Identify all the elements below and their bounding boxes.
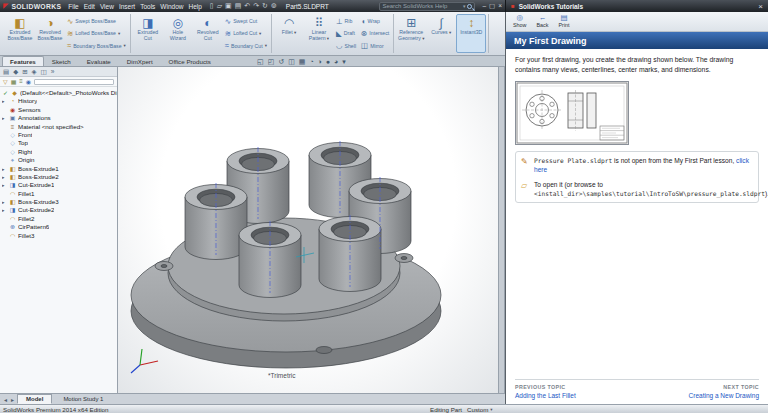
- ribbon-tab[interactable]: Evaluate: [79, 56, 119, 67]
- tree-item[interactable]: ◧ Boss-Extrude1: [2, 165, 117, 173]
- tree-item[interactable]: ◠ Fillet1: [2, 190, 117, 198]
- configurationmanager-tab-icon[interactable]: ⊞: [22, 68, 27, 76]
- ribbon-button[interactable]: ⠿ Linear Pattern: [304, 14, 334, 53]
- status-custom-dropdown[interactable]: Custom ▾: [467, 406, 493, 413]
- ribbon-button[interactable]: ◧ Extruded Boss/Base: [5, 14, 35, 53]
- ribbon-button[interactable]: ◨ Extruded Cut: [133, 14, 163, 53]
- ribbon-button[interactable]: ≈ Boundary Boss/Base: [65, 40, 128, 52]
- tab-scroll-left-icon[interactable]: ◂: [3, 396, 8, 403]
- ribbon-button[interactable]: ⊞ Reference Geometry: [396, 14, 426, 53]
- menu-item[interactable]: View: [100, 3, 114, 10]
- tree-item[interactable]: ◧ Boss-Extrude2: [2, 173, 117, 181]
- menu-item[interactable]: Tools: [140, 3, 155, 10]
- ribbon-button[interactable]: ∫ Curves: [426, 14, 456, 53]
- tree-item[interactable]: ◔ History: [2, 97, 117, 105]
- tree-item[interactable]: ◠ Fillet3: [2, 232, 117, 240]
- ribbon-button[interactable]: ∿ Swept Cut: [223, 15, 269, 27]
- menu-item[interactable]: File: [68, 3, 78, 10]
- expand-icon[interactable]: [2, 198, 7, 206]
- tree-item[interactable]: ◨ Cut-Extrude2: [2, 206, 117, 214]
- scene-icon[interactable]: ◕: [334, 58, 338, 65]
- search-input[interactable]: [382, 3, 460, 9]
- tree-item[interactable]: ⌖ Origin: [2, 156, 117, 164]
- maximize-button[interactable]: ▢: [489, 2, 495, 10]
- close-icon[interactable]: ×: [758, 2, 763, 11]
- undo-icon[interactable]: ↶: [244, 2, 250, 10]
- ribbon-button[interactable]: ◑ Revolved Boss/Base: [35, 14, 65, 53]
- zoom-fit-icon[interactable]: ◱: [257, 58, 264, 66]
- tree-item[interactable]: ◇ Right: [2, 148, 117, 156]
- menu-item[interactable]: Edit: [84, 3, 95, 10]
- ribbon-tab[interactable]: Sketch: [44, 56, 79, 67]
- ribbon-button[interactable]: ◫ Mirror: [359, 40, 391, 52]
- zoom-area-icon[interactable]: ◰: [268, 58, 275, 66]
- ribbon-button[interactable]: ∿ Swept Boss/Base: [65, 15, 128, 27]
- tree-item[interactable]: ◧ Boss-Extrude3: [2, 198, 117, 206]
- expand-icon[interactable]: [2, 206, 7, 214]
- expand-icon[interactable]: [2, 181, 7, 189]
- ribbon-button[interactable]: ⊥ Rib: [334, 15, 358, 27]
- tutorial-tool-button[interactable]: ← Back: [537, 14, 549, 28]
- display-style-icon[interactable]: ◔: [309, 58, 313, 65]
- tab-motion-study[interactable]: Motion Study 1: [54, 394, 112, 404]
- task-pane-splitter[interactable]: [498, 67, 505, 393]
- previous-topic-link[interactable]: Adding the Last Fillet: [515, 392, 576, 399]
- expand-icon[interactable]: [2, 97, 7, 105]
- displaymanager-tab-icon[interactable]: ◫: [41, 68, 47, 76]
- tree-item[interactable]: ◨ Cut-Extrude1: [2, 181, 117, 189]
- ribbon-button[interactable]: ↕ Instant3D: [456, 14, 486, 53]
- display-pane-icon[interactable]: ▦: [11, 78, 17, 85]
- pin-icon[interactable]: ◉: [26, 78, 31, 85]
- graphics-area[interactable]: *Trimetric: [118, 67, 498, 393]
- section-view-icon[interactable]: ◫: [288, 58, 295, 66]
- tree-root-item[interactable]: ✓ ◆ (Default<<Default>_PhotoWorks Displa…: [2, 89, 117, 97]
- previous-view-icon[interactable]: ↺: [278, 58, 284, 66]
- ribbon-tab[interactable]: DimXpert: [119, 56, 161, 67]
- expand-icon[interactable]: [2, 114, 7, 122]
- expand-icon[interactable]: [2, 173, 7, 181]
- tree-item[interactable]: ◠ Fillet2: [2, 215, 117, 223]
- ribbon-button[interactable]: ≋ Lofted Cut: [223, 27, 269, 39]
- new-icon[interactable]: ▯: [210, 2, 214, 10]
- open-icon[interactable]: ▱: [217, 2, 222, 10]
- search-icon[interactable]: [467, 4, 472, 9]
- propertymanager-tab-icon[interactable]: ◆: [13, 68, 18, 76]
- ribbon-button[interactable]: ◡ Shell: [334, 40, 358, 52]
- tree-item[interactable]: ≡ Material <not specified>: [2, 123, 117, 131]
- menu-item[interactable]: Window: [160, 3, 183, 10]
- ribbon-button[interactable]: ◣ Draft: [334, 27, 358, 39]
- tutorial-tool-button[interactable]: ◎ Show: [513, 14, 527, 28]
- tutorial-tool-button[interactable]: ▤ Print: [558, 14, 569, 28]
- rebuild-icon[interactable]: ↻: [262, 2, 268, 10]
- ribbon-tab[interactable]: Office Products: [161, 56, 219, 67]
- tree-item[interactable]: ◇ Top: [2, 139, 117, 147]
- fm-overflow-icon[interactable]: »: [51, 68, 55, 75]
- hide-show-icon[interactable]: ◑: [318, 58, 322, 65]
- tree-item[interactable]: ▣ Annotations: [2, 114, 117, 122]
- ribbon-button[interactable]: ◐ Revolved Cut: [193, 14, 223, 53]
- chevron-down-icon[interactable]: ▾: [463, 3, 466, 9]
- next-topic-link[interactable]: Creating a New Drawing: [689, 392, 759, 399]
- tab-scroll-right-icon[interactable]: ▸: [10, 396, 15, 403]
- tree-order-icon[interactable]: ≡: [19, 78, 23, 85]
- ribbon-button[interactable]: ◠ Fillet: [274, 14, 304, 53]
- ribbon-button[interactable]: ≈ Boundary Cut: [223, 40, 269, 52]
- dimxpertmanager-tab-icon[interactable]: ◈: [32, 68, 37, 76]
- expand-icon[interactable]: [2, 165, 7, 173]
- tree-item[interactable]: ◇ Front: [2, 131, 117, 139]
- ribbon-button[interactable]: ≋ Lofted Boss/Base: [65, 27, 128, 39]
- view-settings-icon[interactable]: ▾: [342, 58, 346, 66]
- edit-appearance-icon[interactable]: ●: [326, 58, 330, 65]
- menu-item[interactable]: Insert: [119, 3, 135, 10]
- ribbon-button[interactable]: ◖ Wrap: [359, 15, 391, 27]
- menu-item[interactable]: Help: [188, 3, 201, 10]
- print-icon[interactable]: ▤: [235, 2, 242, 10]
- tree-item[interactable]: ⊛ CirPattern6: [2, 223, 117, 231]
- save-icon[interactable]: ▣: [225, 2, 232, 10]
- redo-icon[interactable]: ↷: [253, 2, 259, 10]
- filter-input[interactable]: [34, 79, 114, 85]
- minimize-button[interactable]: –: [482, 2, 486, 10]
- close-button[interactable]: ×: [498, 2, 502, 10]
- ribbon-button[interactable]: ⊗ Intersect: [359, 27, 391, 39]
- view-orientation-icon[interactable]: ▦: [299, 58, 306, 66]
